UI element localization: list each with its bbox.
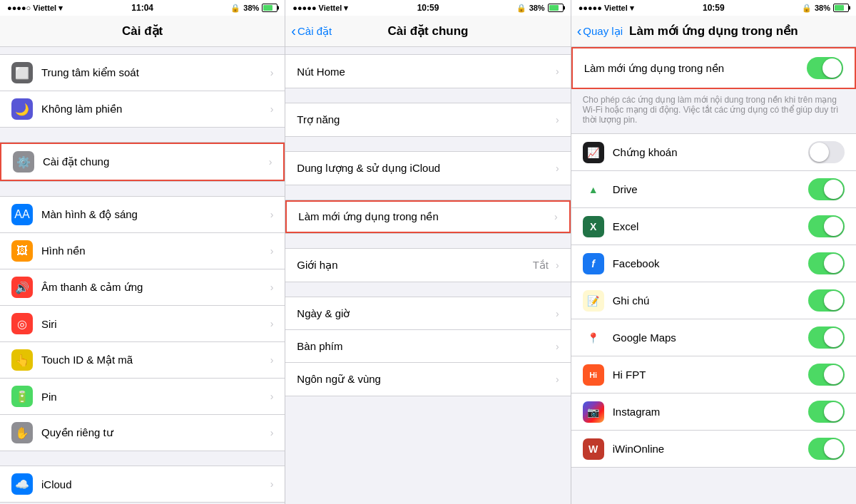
list-container: Làm mới ứng dụng trong nềnCho phép các ứ… — [571, 47, 856, 504]
list-item[interactable]: ⚙️Cài đặt chung› — [0, 143, 285, 181]
time: 10:59 — [417, 3, 439, 13]
list-item[interactable]: 📷Instagram — [571, 394, 856, 431]
top-toggle-label: Làm mới ứng dụng trong nền — [584, 62, 807, 75]
back-arrow-icon: ‹ — [291, 23, 296, 39]
list-item[interactable]: 🔋Pin› — [0, 379, 285, 415]
list-item[interactable]: Bàn phím› — [285, 330, 570, 363]
list-item[interactable]: 🌙Không làm phiền› — [0, 91, 285, 127]
list-container: Nút Home›Trợ năng›Dung lượng & sử dụng i… — [285, 47, 570, 504]
list-group-2: AAMàn hình & độ sáng›🖼Hình nền›🔊Âm thanh… — [0, 196, 285, 451]
battery-pct: 38% — [529, 4, 545, 12]
time: 10:59 — [703, 3, 725, 13]
item-label: Ngày & giờ — [297, 307, 553, 320]
list-item[interactable]: HiHi FPT — [571, 356, 856, 394]
item-label: Trung tâm kiểm soát — [41, 66, 268, 79]
item-value: Tắt — [533, 259, 549, 272]
app-icon: Hi — [583, 364, 604, 386]
battery-icon — [262, 4, 277, 12]
carrier-signal: ●●●●○ Viettel ▾ — [7, 4, 63, 13]
item-icon: ⬜ — [11, 62, 33, 83]
item-label: Giới hạn — [297, 259, 532, 272]
list-item[interactable]: ✋Quyền riêng tư› — [0, 415, 285, 451]
section-description: Cho phép các ứng dụng làm mới nội dung t… — [571, 89, 856, 133]
list-item[interactable]: 📝Ghi chú — [571, 282, 856, 319]
item-label: Âm thanh & cảm ứng — [41, 281, 268, 294]
back-button[interactable]: ‹Cài đặt — [291, 23, 332, 39]
list-item[interactable]: fFacebook — [571, 245, 856, 282]
toggle-switch[interactable] — [808, 178, 845, 200]
item-label: Siri — [41, 318, 268, 330]
lock-icon: 🔒 — [802, 4, 812, 13]
list-group-3: ☁️iCloud› — [0, 466, 285, 503]
carrier-signal: ●●●●● Viettel ▾ — [292, 4, 348, 13]
nav-title: Cài đặt — [122, 24, 163, 38]
list-item[interactable]: 👆Touch ID & Mật mã› — [0, 342, 285, 379]
toggle-switch[interactable] — [808, 438, 845, 460]
list-item[interactable]: WiWinOnline — [571, 431, 856, 467]
toggle-switch[interactable] — [807, 57, 843, 79]
toggle-switch[interactable] — [808, 215, 845, 237]
time: 11:04 — [131, 3, 153, 13]
status-right: 🔒 38% — [230, 4, 277, 13]
item-icon: 🖼 — [11, 240, 33, 262]
app-name: Chứng khoán — [613, 146, 808, 159]
list-item[interactable]: Làm mới ứng dụng trong nền› — [285, 200, 570, 233]
list-item[interactable]: 🔊Âm thanh & cảm ứng› — [0, 269, 285, 306]
toggle-knob — [824, 365, 843, 384]
list-item[interactable]: Trợ năng› — [285, 103, 570, 136]
item-icon: ◎ — [11, 313, 33, 334]
chevron-icon: › — [270, 318, 274, 329]
nav-bar: ‹Cài đặtCài đặt chung — [285, 16, 570, 47]
app-icon: W — [583, 438, 604, 460]
list-item[interactable]: ☁️iCloud› — [0, 466, 285, 502]
item-icon: ⚙️ — [13, 151, 34, 173]
app-icon: f — [583, 253, 604, 274]
app-icon: 📝 — [583, 290, 604, 312]
toggle-knob — [810, 143, 829, 162]
list-item[interactable]: Nút Home› — [285, 55, 570, 88]
app-icon: ▲ — [583, 179, 604, 200]
item-icon: 👆 — [11, 349, 33, 371]
list-item[interactable]: Ngôn ngữ & vùng› — [285, 363, 570, 396]
toggle-switch[interactable] — [808, 326, 845, 349]
list-item[interactable]: Dung lượng & sử dụng iCloud› — [285, 152, 570, 185]
toggle-switch[interactable] — [808, 289, 845, 312]
chevron-icon: › — [270, 354, 274, 366]
toggle-knob — [824, 217, 843, 236]
toggle-switch[interactable] — [808, 141, 845, 163]
toggle-knob — [824, 439, 843, 458]
list-item[interactable]: AAMàn hình & độ sáng› — [0, 197, 285, 233]
item-label: Trợ năng — [297, 113, 553, 126]
toggle-knob — [824, 328, 843, 347]
toggle-switch[interactable] — [808, 252, 845, 274]
app-name: iWinOnline — [613, 443, 808, 455]
toggle-switch[interactable] — [808, 364, 845, 386]
toggle-switch[interactable] — [808, 401, 845, 423]
chevron-icon: › — [556, 259, 559, 271]
list-item[interactable]: 📈Chứng khoán — [571, 134, 856, 171]
back-arrow-icon: ‹ — [577, 23, 582, 39]
item-label: Dung lượng & sử dụng iCloud — [297, 162, 553, 175]
back-button[interactable]: ‹Quay lại — [577, 23, 623, 39]
status-right: 🔒 38% — [802, 4, 849, 13]
item-icon: AA — [11, 204, 33, 225]
phone-panel-3: ●●●●● Viettel ▾ 10:59 🔒 38% ‹Quay lạiLàm… — [571, 0, 856, 504]
list-item[interactable]: 🖼Hình nền› — [0, 233, 285, 269]
chevron-icon: › — [270, 391, 274, 402]
list-item[interactable]: ▲Drive — [571, 171, 856, 208]
chevron-icon: › — [269, 156, 272, 168]
list-group-0: Nút Home› — [285, 54, 570, 88]
list-item[interactable]: ⬜Trung tâm kiểm soát› — [0, 55, 285, 91]
list-item[interactable]: Ngày & giờ› — [285, 297, 570, 330]
chevron-icon: › — [556, 114, 559, 125]
lock-icon: 🔒 — [230, 4, 240, 13]
chevron-icon: › — [270, 427, 274, 438]
item-icon: ☁️ — [11, 473, 33, 495]
carrier-signal: ●●●●● Viettel ▾ — [579, 4, 634, 13]
list-item[interactable]: 📍Google Maps — [571, 319, 856, 356]
status-right: 🔒 38% — [516, 4, 564, 13]
list-item[interactable]: ◎Siri› — [0, 306, 285, 342]
list-item[interactable]: XExcel — [571, 208, 856, 245]
app-icon: 📍 — [583, 327, 604, 349]
list-item[interactable]: Giới hạnTắt› — [285, 249, 570, 282]
